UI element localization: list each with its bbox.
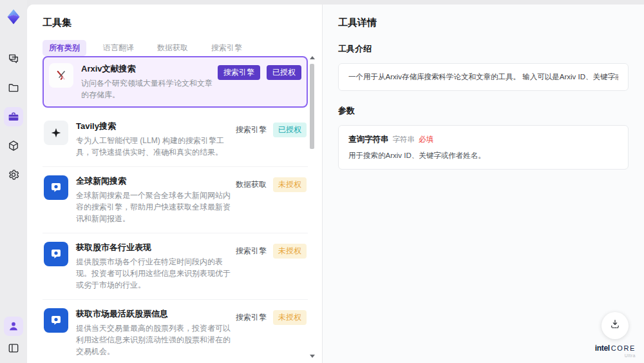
rail-bottom bbox=[0, 317, 27, 358]
tool-name: 全球新闻搜索 bbox=[76, 175, 236, 187]
tool-category-tag: 搜索引擎 bbox=[218, 65, 260, 80]
scroll-down-arrow[interactable] bbox=[310, 355, 315, 358]
tool-desc: 全球新闻搜索是一个聚合全球各大新闻网站内容的搜索引擎，帮助用户快速获取全球最新资… bbox=[76, 190, 236, 224]
tool-desc: 提供股票市场各个行业在特定时间段内的表现。投资者可以利用这些信息来识别表现优于或… bbox=[76, 256, 236, 291]
param-type: 字符串 bbox=[393, 135, 415, 144]
left-rail bbox=[0, 0, 27, 363]
page-title: 工具集 bbox=[27, 5, 322, 29]
tool-tags: 搜索引擎 已授权 bbox=[236, 121, 307, 137]
tool-desc: 专为人工智能代理 (LLM) 构建的搜索引擎工具，可快速提供实时、准确和真实的结… bbox=[76, 135, 236, 158]
scroll-up-arrow[interactable] bbox=[310, 56, 315, 59]
category-tabs: 所有类别 语言翻译 数据获取 搜索引擎 bbox=[43, 40, 322, 56]
tool-category-tag: 数据获取 bbox=[236, 179, 267, 190]
chat-icon bbox=[7, 52, 20, 65]
tab-all-categories[interactable]: 所有类别 bbox=[43, 40, 86, 56]
tool-icon bbox=[49, 63, 73, 88]
tool-icon bbox=[44, 242, 68, 266]
sidebar-item-panel-toggle[interactable] bbox=[4, 338, 23, 358]
param-name: 查询字符串 bbox=[348, 134, 389, 145]
tab-search-engine[interactable]: 搜索引擎 bbox=[205, 40, 249, 56]
folder-icon bbox=[7, 81, 20, 94]
user-icon bbox=[7, 320, 20, 333]
tool-name: Tavily搜索 bbox=[76, 121, 236, 132]
tool-text: Arxiv文献搜索 访问各个研究领域大量科学论文和文章的存储库。 bbox=[81, 63, 218, 101]
scrollbar bbox=[309, 56, 314, 358]
tool-tags: 搜索引擎 未授权 bbox=[236, 242, 307, 259]
gear-icon bbox=[7, 168, 20, 181]
main-sheet: 工具集 所有类别 语言翻译 数据获取 搜索引擎 Arxiv文献搜索 访问各个研究… bbox=[27, 5, 644, 363]
tool-status-badge: 已授权 bbox=[273, 123, 307, 137]
param-box: 查询字符串 字符串 必填 用于搜索的Arxiv ID、关键字或作者姓名。 bbox=[338, 125, 629, 170]
sidebar-item-models[interactable] bbox=[4, 136, 23, 155]
tool-name: 获取股市各行业表现 bbox=[76, 242, 236, 253]
panel-toggle-icon bbox=[7, 342, 20, 355]
sidebar-item-user[interactable] bbox=[4, 317, 23, 336]
tool-card[interactable]: 全球新闻搜索 全球新闻搜索是一个聚合全球各大新闻网站内容的搜索引擎，帮助用户快速… bbox=[43, 167, 308, 233]
tool-tags: 搜索引擎 未授权 bbox=[236, 308, 307, 325]
tool-card[interactable]: 获取股市各行业表现 提供股票市场各个行业在特定时间段内的表现。投资者可以利用这些… bbox=[43, 233, 308, 300]
tool-card[interactable]: 获取市场最活跃股票信息 提供当天交易量最高的股票列表，投资者可以利用这些信息来识… bbox=[43, 300, 308, 363]
download-button[interactable] bbox=[601, 312, 629, 339]
tool-name: Arxiv文献搜索 bbox=[81, 63, 218, 75]
tool-card[interactable]: Arxiv文献搜索 访问各个研究领域大量科学论文和文章的存储库。 搜索引擎 已授… bbox=[43, 56, 308, 108]
intro-heading: 工具介绍 bbox=[338, 43, 629, 55]
param-row: 查询字符串 字符串 必填 bbox=[348, 134, 618, 145]
tool-text: 获取市场最活跃股票信息 提供当天交易量最高的股票列表，投资者可以利用这些信息来识… bbox=[76, 308, 236, 357]
tool-status-badge: 未授权 bbox=[273, 244, 307, 259]
sidebar-item-chat[interactable] bbox=[4, 49, 23, 68]
param-desc: 用于搜索的Arxiv ID、关键字或作者姓名。 bbox=[348, 151, 618, 161]
corner-widgets: intelCORE Ultra bbox=[595, 312, 636, 358]
tool-icon bbox=[44, 308, 68, 333]
details-title: 工具详情 bbox=[338, 17, 629, 29]
tool-details-panel: 工具详情 工具介绍 一个用于从Arxiv存储库搜索科学论文和文章的工具。 输入可… bbox=[322, 5, 644, 363]
sidebar-item-toolbox[interactable] bbox=[4, 107, 23, 126]
core-brand-text: CORE bbox=[611, 344, 636, 352]
tool-text: Tavily搜索 专为人工智能代理 (LLM) 构建的搜索引擎工具，可快速提供实… bbox=[76, 121, 236, 158]
sidebar-item-files[interactable] bbox=[4, 78, 23, 97]
app-logo-icon bbox=[5, 8, 23, 26]
tool-text: 全球新闻搜索 全球新闻搜索是一个聚合全球各大新闻网站内容的搜索引擎，帮助用户快速… bbox=[76, 175, 236, 224]
tool-icon bbox=[44, 121, 68, 145]
tool-icon bbox=[44, 175, 68, 200]
tab-language-translation[interactable]: 语言翻译 bbox=[97, 40, 140, 56]
tool-collection-panel: 工具集 所有类别 语言翻译 数据获取 搜索引擎 Arxiv文献搜索 访问各个研究… bbox=[27, 5, 322, 363]
tool-text: 获取股市各行业表现 提供股票市场各个行业在特定时间段内的表现。投资者可以利用这些… bbox=[76, 242, 236, 291]
intro-text: 一个用于从Arxiv存储库搜索科学论文和文章的工具。 输入可以是Arxiv ID… bbox=[348, 72, 618, 82]
tool-category-tag: 搜索引擎 bbox=[236, 246, 267, 257]
tab-data-fetch[interactable]: 数据获取 bbox=[151, 40, 194, 56]
intel-brand-text: intel bbox=[595, 344, 610, 353]
core-sub-text: Ultra bbox=[595, 353, 636, 358]
tool-category-tag: 搜索引擎 bbox=[236, 124, 267, 135]
cube-icon bbox=[7, 139, 20, 152]
intel-core-logo: intelCORE Ultra bbox=[595, 342, 636, 358]
tool-card[interactable]: Tavily搜索 专为人工智能代理 (LLM) 构建的搜索引擎工具，可快速提供实… bbox=[43, 112, 308, 167]
rail-nav bbox=[4, 49, 23, 184]
briefcase-icon bbox=[7, 110, 20, 123]
tool-tags: 搜索引擎 已授权 bbox=[218, 63, 301, 80]
tool-tags: 数据获取 未授权 bbox=[236, 175, 307, 192]
tool-status-badge: 已授权 bbox=[267, 65, 301, 80]
params-heading: 参数 bbox=[338, 105, 629, 117]
param-required-badge: 必填 bbox=[419, 135, 433, 144]
tool-status-badge: 未授权 bbox=[273, 177, 307, 192]
tool-name: 获取市场最活跃股票信息 bbox=[76, 308, 236, 320]
tool-desc: 提供当天交易量最高的股票列表，投资者可以利用这些信息来识别流动性强的股票和潜在的… bbox=[76, 322, 236, 357]
download-icon bbox=[609, 318, 621, 333]
tool-desc: 访问各个研究领域大量科学论文和文章的存储库。 bbox=[81, 77, 218, 101]
tool-category-tag: 搜索引擎 bbox=[236, 312, 267, 323]
tool-status-badge: 未授权 bbox=[273, 310, 307, 325]
sidebar-item-settings[interactable] bbox=[4, 165, 23, 184]
tool-list: Arxiv文献搜索 访问各个研究领域大量科学论文和文章的存储库。 搜索引擎 已授… bbox=[43, 56, 308, 363]
intro-box: 一个用于从Arxiv存储库搜索科学论文和文章的工具。 输入可以是Arxiv ID… bbox=[338, 63, 629, 91]
scrollbar-thumb[interactable] bbox=[310, 64, 314, 149]
